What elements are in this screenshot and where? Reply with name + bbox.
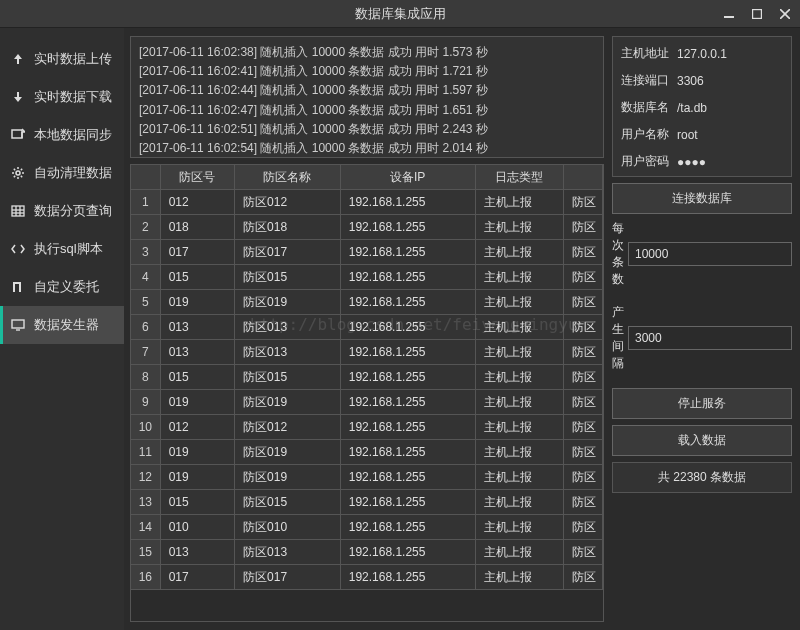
table-cell: 主机上报 bbox=[476, 240, 564, 265]
table-cell: 012 bbox=[161, 190, 235, 215]
table-row[interactable]: 11019防区019192.168.1.255主机上报防区 bbox=[131, 440, 603, 465]
table-cell: 192.168.1.255 bbox=[341, 490, 476, 515]
table-cell: 192.168.1.255 bbox=[341, 340, 476, 365]
column-header[interactable]: 防区名称 bbox=[235, 165, 341, 190]
table-cell: 3 bbox=[131, 240, 161, 265]
interval-label: 产生间隔 bbox=[612, 304, 628, 372]
connect-button[interactable]: 连接数据库 bbox=[612, 183, 792, 214]
window-controls bbox=[722, 7, 792, 21]
table-cell: 192.168.1.255 bbox=[341, 265, 476, 290]
table-cell: 防区 bbox=[564, 540, 603, 565]
table-cell: 192.168.1.255 bbox=[341, 315, 476, 340]
pass-value: ●●●● bbox=[677, 155, 783, 169]
table-cell: 防区 bbox=[564, 190, 603, 215]
load-button[interactable]: 载入数据 bbox=[612, 425, 792, 456]
table-row[interactable]: 14010防区010192.168.1.255主机上报防区 bbox=[131, 515, 603, 540]
close-icon[interactable] bbox=[778, 7, 792, 21]
sync-icon bbox=[10, 127, 26, 143]
column-header[interactable]: 日志类型 bbox=[476, 165, 564, 190]
table-cell: 5 bbox=[131, 290, 161, 315]
stop-button[interactable]: 停止服务 bbox=[612, 388, 792, 419]
minimize-icon[interactable] bbox=[722, 7, 736, 21]
script-icon bbox=[10, 241, 26, 257]
table-cell: 主机上报 bbox=[476, 340, 564, 365]
db-label: 数据库名 bbox=[621, 99, 677, 116]
table-cell: 防区 bbox=[564, 490, 603, 515]
sidebar-item-label: 实时数据下载 bbox=[34, 88, 112, 106]
interval-input[interactable] bbox=[628, 326, 792, 350]
column-header[interactable] bbox=[564, 165, 603, 190]
table-cell: 防区013 bbox=[235, 540, 341, 565]
table-cell: 8 bbox=[131, 365, 161, 390]
gear-icon bbox=[10, 165, 26, 181]
table-row[interactable]: 6013防区013192.168.1.255主机上报防区 bbox=[131, 315, 603, 340]
table-row[interactable]: 3017防区017192.168.1.255主机上报防区 bbox=[131, 240, 603, 265]
table-cell: 防区019 bbox=[235, 290, 341, 315]
table-cell: 6 bbox=[131, 315, 161, 340]
batch-label: 每次条数 bbox=[612, 220, 628, 288]
table-row[interactable]: 15013防区013192.168.1.255主机上报防区 bbox=[131, 540, 603, 565]
count-display: 共 22380 条数据 bbox=[612, 462, 792, 493]
table-row[interactable]: 12019防区019192.168.1.255主机上报防区 bbox=[131, 465, 603, 490]
maximize-icon[interactable] bbox=[750, 7, 764, 21]
user-label: 用户名称 bbox=[621, 126, 677, 143]
table-cell: 主机上报 bbox=[476, 465, 564, 490]
sidebar-item-query[interactable]: 数据分页查询 bbox=[0, 192, 124, 230]
sidebar-item-generator[interactable]: 数据发生器 bbox=[0, 306, 124, 344]
connection-panel: 主机地址127.0.0.1 连接端口3306 数据库名/ta.db 用户名称ro… bbox=[612, 36, 792, 177]
sidebar-item-download[interactable]: 实时数据下载 bbox=[0, 78, 124, 116]
sidebar-item-label: 自动清理数据 bbox=[34, 164, 112, 182]
svg-rect-11 bbox=[12, 320, 24, 328]
table-cell: 192.168.1.255 bbox=[341, 515, 476, 540]
titlebar: 数据库集成应用 bbox=[0, 0, 800, 28]
table-cell: 192.168.1.255 bbox=[341, 240, 476, 265]
sidebar-item-delegate[interactable]: 自定义委托 bbox=[0, 268, 124, 306]
log-panel: [2017-06-11 16:02:38] 随机插入 10000 条数据 成功 … bbox=[130, 36, 604, 158]
sidebar: 实时数据上传 实时数据下载 本地数据同步 自动清理数据 数据分页查询 执行sql… bbox=[0, 28, 124, 630]
column-header[interactable]: 设备IP bbox=[341, 165, 476, 190]
sidebar-item-upload[interactable]: 实时数据上传 bbox=[0, 40, 124, 78]
sidebar-item-cleanup[interactable]: 自动清理数据 bbox=[0, 154, 124, 192]
table-cell: 主机上报 bbox=[476, 515, 564, 540]
port-value: 3306 bbox=[677, 74, 783, 88]
table-body: 1012防区012192.168.1.255主机上报防区2018防区018192… bbox=[131, 190, 603, 621]
table-cell: 192.168.1.255 bbox=[341, 215, 476, 240]
table-cell: 主机上报 bbox=[476, 415, 564, 440]
table-row[interactable]: 2018防区018192.168.1.255主机上报防区 bbox=[131, 215, 603, 240]
table-cell: 主机上报 bbox=[476, 265, 564, 290]
table-cell: 防区013 bbox=[235, 340, 341, 365]
table-row[interactable]: 10012防区012192.168.1.255主机上报防区 bbox=[131, 415, 603, 440]
table-cell: 019 bbox=[161, 440, 235, 465]
table-cell: 防区 bbox=[564, 315, 603, 340]
sidebar-item-sql[interactable]: 执行sql脚本 bbox=[0, 230, 124, 268]
table-cell: 主机上报 bbox=[476, 190, 564, 215]
column-header[interactable]: 防区号 bbox=[161, 165, 235, 190]
table-cell: 4 bbox=[131, 265, 161, 290]
table-row[interactable]: 9019防区019192.168.1.255主机上报防区 bbox=[131, 390, 603, 415]
host-value: 127.0.0.1 bbox=[677, 47, 783, 61]
pass-label: 用户密码 bbox=[621, 153, 677, 170]
table-row[interactable]: 5019防区019192.168.1.255主机上报防区 bbox=[131, 290, 603, 315]
table-cell: 010 bbox=[161, 515, 235, 540]
table-cell: 019 bbox=[161, 390, 235, 415]
table-row[interactable]: 16017防区017192.168.1.255主机上报防区 bbox=[131, 565, 603, 590]
table-row[interactable]: 8015防区015192.168.1.255主机上报防区 bbox=[131, 365, 603, 390]
column-header[interactable] bbox=[131, 165, 161, 190]
sidebar-item-sync[interactable]: 本地数据同步 bbox=[0, 116, 124, 154]
table-cell: 主机上报 bbox=[476, 215, 564, 240]
table-cell: 017 bbox=[161, 240, 235, 265]
table-cell: 013 bbox=[161, 315, 235, 340]
table-row[interactable]: 7013防区013192.168.1.255主机上报防区 bbox=[131, 340, 603, 365]
batch-input[interactable] bbox=[628, 242, 792, 266]
monitor-icon bbox=[10, 317, 26, 333]
sidebar-item-label: 本地数据同步 bbox=[34, 126, 112, 144]
table-row[interactable]: 4015防区015192.168.1.255主机上报防区 bbox=[131, 265, 603, 290]
table-cell: 9 bbox=[131, 390, 161, 415]
table-cell: 防区015 bbox=[235, 265, 341, 290]
window-title: 数据库集成应用 bbox=[355, 5, 446, 23]
table-row[interactable]: 1012防区012192.168.1.255主机上报防区 bbox=[131, 190, 603, 215]
table-row[interactable]: 13015防区015192.168.1.255主机上报防区 bbox=[131, 490, 603, 515]
sidebar-item-label: 执行sql脚本 bbox=[34, 240, 103, 258]
table-cell: 防区015 bbox=[235, 365, 341, 390]
table-cell: 192.168.1.255 bbox=[341, 290, 476, 315]
